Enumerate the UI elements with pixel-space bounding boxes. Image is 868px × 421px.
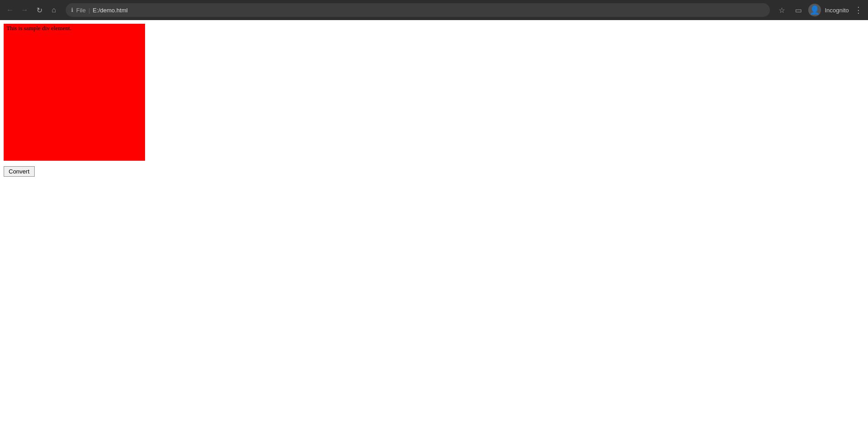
forward-icon: → [21, 6, 28, 14]
div-text: This is sample div element. [4, 23, 74, 33]
home-button[interactable]: ⌂ [47, 4, 60, 16]
bookmark-button[interactable]: ☆ [775, 4, 788, 16]
menu-button[interactable]: ⋮ [852, 3, 864, 17]
profile-icon: 👤 [810, 5, 820, 15]
split-screen-button[interactable]: ▭ [792, 4, 805, 16]
convert-button[interactable]: Convert [4, 166, 35, 177]
file-label: File [76, 7, 86, 14]
info-icon: ℹ [71, 7, 73, 13]
profile-button[interactable]: 👤 [808, 4, 821, 16]
forward-button[interactable]: → [18, 4, 31, 16]
url-text: E:/demo.html [93, 7, 128, 14]
page-content: This is sample div element. Convert [0, 20, 868, 421]
address-bar[interactable]: ℹ File | E:/demo.html [66, 3, 770, 17]
reload-icon: ↻ [36, 6, 42, 15]
back-icon: ← [6, 6, 14, 14]
home-icon: ⌂ [52, 6, 56, 14]
nav-buttons: ← → ↻ ⌂ [4, 4, 60, 16]
sample-div: This is sample div element. [4, 24, 145, 161]
separator: | [88, 7, 90, 14]
reload-button[interactable]: ↻ [33, 4, 46, 16]
right-controls: ☆ ▭ 👤 Incognito ⋮ [775, 3, 864, 17]
back-button[interactable]: ← [4, 4, 16, 16]
incognito-label: Incognito [825, 7, 849, 14]
bookmark-icon: ☆ [779, 6, 785, 15]
browser-chrome: ← → ↻ ⌂ ℹ File | E:/demo.html ☆ ▭ 👤 Inco… [0, 0, 868, 20]
split-screen-icon: ▭ [795, 6, 802, 15]
